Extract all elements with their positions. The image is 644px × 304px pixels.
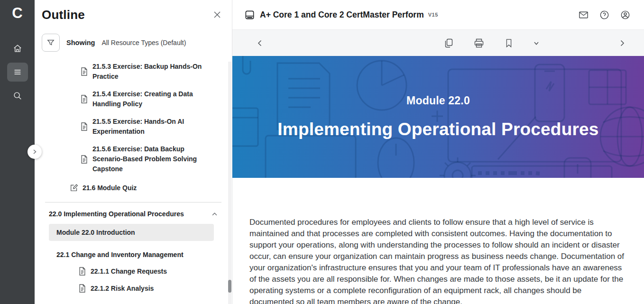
outline-header: Outline: [35, 0, 232, 22]
document-icon: [81, 122, 88, 131]
filter-value: All Resource Types (Default): [101, 39, 186, 46]
hero-module-title: Implementing Operational Procedures: [277, 120, 598, 139]
home-icon: [12, 43, 23, 54]
help-button[interactable]: [599, 9, 610, 20]
outline-item-22-1[interactable]: 22.1 Change and Inventory Management: [56, 251, 232, 258]
outline-divider: [45, 202, 221, 203]
filter-funnel-icon: [46, 38, 55, 47]
document-icon: [81, 95, 88, 103]
showing-label: Showing: [66, 39, 95, 46]
lesson-paragraph: Documented procedures for employees and …: [249, 217, 625, 304]
course-title: A+ Core 1 and Core 2 CertMaster Perform: [260, 10, 424, 20]
chevron-up-icon: [212, 211, 218, 217]
outline-item-21-5-6[interactable]: 21.5.6 Exercise: Data Backup Scenario-Ba…: [81, 144, 232, 174]
ebook-icon: [244, 9, 255, 20]
outline-item-label: 21.5.3 Exercise: Backup Hands-On Practic…: [92, 62, 204, 82]
previous-page-button[interactable]: [256, 39, 264, 47]
mail-icon: [578, 9, 589, 20]
print-icon: [473, 37, 485, 49]
outline-item-label: 21.5.4 Exercise: Creating a Data Handlin…: [92, 89, 204, 109]
outline-item-label: 21.5.6 Exercise: Data Backup Scenario-Ba…: [92, 144, 204, 174]
copy-button[interactable]: [443, 37, 454, 49]
chevron-right-icon: [618, 39, 626, 47]
main-panel: A+ Core 1 and Core 2 CertMaster Perform …: [232, 0, 644, 304]
outline-menu-button[interactable]: [7, 63, 28, 82]
document-icon: [81, 155, 88, 164]
outline-list: 21.5.3 Exercise: Backup Hands-On Practic…: [35, 62, 232, 293]
rail-nav: [7, 39, 28, 105]
document-icon: [81, 67, 88, 76]
outline-item-label: 21.6 Module Quiz: [83, 184, 137, 192]
outline-item-label: 21.5.5 Exercise: Hands-On AI Experimenta…: [92, 117, 204, 137]
print-button[interactable]: [473, 37, 485, 49]
bookmark-icon: [504, 37, 514, 49]
outline-item-label: Module 22.0 Introduction: [56, 229, 135, 236]
bookmark-button[interactable]: [504, 37, 514, 49]
module-hero-banner: Module 22.0 Implementing Operational Pro…: [232, 56, 644, 178]
outline-item-21-6-quiz[interactable]: 21.6 Module Quiz: [70, 184, 232, 192]
outline-item-21-5-4[interactable]: 21.5.4 Exercise: Creating a Data Handlin…: [81, 89, 232, 109]
outline-item-21-5-5[interactable]: 21.5.5 Exercise: Hands-On AI Experimenta…: [81, 117, 232, 137]
outline-item-label: 22.1.1 Change Requests: [91, 267, 167, 275]
course-header: A+ Core 1 and Core 2 CertMaster Perform …: [232, 0, 644, 29]
outline-item-label: 22.1 Change and Inventory Management: [56, 251, 184, 258]
chevron-right-icon: [32, 149, 37, 155]
messages-button[interactable]: [578, 9, 589, 20]
help-icon: [599, 9, 610, 20]
document-icon: [79, 284, 86, 293]
course-version-badge: V15: [428, 12, 438, 18]
chevron-left-icon: [256, 39, 264, 47]
outline-section-22-0[interactable]: 22.0 Implementing Operational Procedures: [49, 210, 218, 218]
search-button[interactable]: [7, 86, 28, 105]
chevron-down-icon: [533, 40, 540, 46]
app-window: C Outline: [0, 0, 644, 304]
header-actions: [578, 9, 631, 20]
outline-scrollbar-track[interactable]: [228, 62, 231, 304]
document-icon: [79, 267, 86, 276]
outline-item-module-22-intro-selected[interactable]: Module 22.0 Introduction: [49, 224, 214, 241]
reader-toolbar: [232, 29, 644, 56]
hero-module-label: Module 22.0: [406, 94, 470, 107]
next-page-button[interactable]: [618, 39, 626, 47]
filter-button[interactable]: [42, 34, 60, 52]
outline-title: Outline: [42, 8, 85, 22]
menu-icon: [12, 67, 23, 77]
quiz-edit-icon: [70, 184, 78, 192]
sidebar-expand-handle[interactable]: [28, 145, 42, 159]
account-button[interactable]: [620, 9, 631, 20]
search-icon: [12, 91, 23, 101]
bookmark-menu-button[interactable]: [533, 40, 540, 46]
copy-icon: [443, 37, 454, 49]
lesson-content: Documented procedures for employees and …: [232, 178, 644, 304]
brand-logo: C: [12, 4, 22, 22]
outline-sidebar: Outline Showing All Resource Types (Defa…: [35, 0, 232, 304]
outline-scrollbar-thumb[interactable]: [228, 280, 231, 293]
close-icon: [213, 10, 221, 19]
filter-row: Showing All Resource Types (Default): [42, 34, 232, 52]
home-button[interactable]: [7, 39, 28, 58]
tech-pattern-background: [232, 56, 644, 178]
outline-item-22-1-1[interactable]: 22.1.1 Change Requests: [79, 267, 232, 276]
outline-item-label: 22.1.2 Risk Analysis: [91, 285, 154, 292]
outline-item-21-5-3[interactable]: 21.5.3 Exercise: Backup Hands-On Practic…: [81, 62, 232, 82]
section-label: 22.0 Implementing Operational Procedures: [49, 210, 184, 218]
outline-close-button[interactable]: [213, 10, 221, 21]
outline-item-22-1-2[interactable]: 22.1.2 Risk Analysis: [79, 284, 232, 293]
toolbar-center-group: [433, 37, 549, 49]
account-icon: [620, 9, 631, 20]
